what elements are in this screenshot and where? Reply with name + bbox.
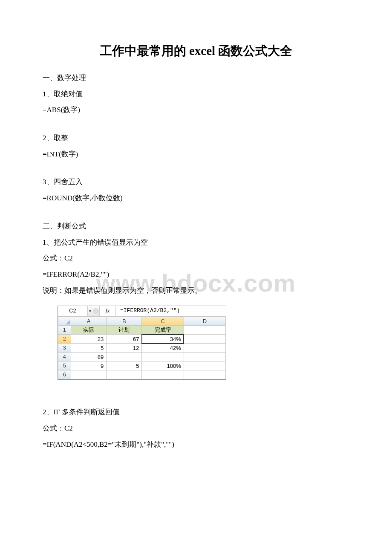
- item-1-1-label: 1、取绝对值: [43, 87, 349, 102]
- cell-c2[interactable]: 34%: [142, 335, 184, 344]
- cell-b1[interactable]: 计划: [107, 326, 142, 335]
- item-1-1-formula: =ABS(数字): [43, 102, 349, 118]
- cell-b4[interactable]: [107, 353, 142, 361]
- item-2-1-formula: =IFERROR(A2/B2,""): [43, 267, 349, 282]
- item-2-1-note: 说明：如果是错误值则显示为空，否则正常显示。: [43, 283, 349, 298]
- fx-button[interactable]: fx: [100, 306, 116, 316]
- name-box[interactable]: C2: [58, 306, 88, 316]
- cell-c4[interactable]: [142, 353, 184, 361]
- row-header-5[interactable]: 5: [58, 361, 71, 370]
- item-1-3-label: 3、四舍五入: [43, 174, 349, 190]
- col-header-a[interactable]: A: [71, 317, 106, 326]
- cell-b3[interactable]: 12: [107, 344, 142, 353]
- select-all-corner[interactable]: [58, 317, 71, 326]
- row-header-1[interactable]: 1: [58, 326, 71, 335]
- cell-d6[interactable]: [184, 370, 225, 379]
- document-content: 工作中最常用的 excel 函数公式大全 一、数字处理 1、取绝对值 =ABS(…: [43, 43, 349, 452]
- cell-a2[interactable]: 23: [71, 335, 106, 344]
- formula-bar[interactable]: =IFERROR(A2/B2,""): [116, 306, 226, 316]
- page-title: 工作中最常用的 excel 函数公式大全: [43, 43, 349, 60]
- item-2-2-formula: =IF(AND(A2<500,B2="未到期"),"补款",""): [43, 437, 349, 452]
- cell-b6[interactable]: [107, 370, 142, 379]
- excel-grid: A B C D 1 实际 计划 完成率 2 23 67 34% 3 5: [58, 316, 226, 379]
- row-header-2[interactable]: 2: [58, 335, 71, 344]
- cell-d5[interactable]: [184, 361, 225, 370]
- row-header-3[interactable]: 3: [58, 344, 71, 353]
- excel-formula-row: C2 ▼ fx =IFERROR(A2/B2,""): [58, 306, 226, 316]
- item-2-2-label: 2、IF 多条件判断返回值: [43, 405, 349, 420]
- name-box-dropdown[interactable]: ▼: [88, 306, 100, 316]
- cell-a6[interactable]: [71, 370, 106, 379]
- cell-c3[interactable]: 42%: [142, 344, 184, 353]
- cell-b5[interactable]: 5: [107, 361, 142, 370]
- col-header-c[interactable]: C: [142, 317, 184, 326]
- section-1-heading: 一、数字处理: [43, 70, 349, 86]
- item-1-3-formula: =ROUND(数字,小数位数): [43, 191, 349, 206]
- col-header-d[interactable]: D: [184, 317, 225, 326]
- item-2-1-cell: 公式：C2: [43, 251, 349, 266]
- cell-a3[interactable]: 5: [71, 344, 106, 353]
- cell-d2[interactable]: [184, 335, 225, 344]
- col-header-b[interactable]: B: [107, 317, 142, 326]
- cell-b2[interactable]: 67: [107, 335, 142, 344]
- cell-a4[interactable]: 89: [71, 353, 106, 361]
- cell-a1[interactable]: 实际: [71, 326, 106, 335]
- item-2-2-cell: 公式：C2: [43, 421, 349, 436]
- triangle-icon: [66, 320, 70, 324]
- item-1-2-formula: =INT(数字): [43, 147, 349, 162]
- chevron-down-icon: ▼: [88, 309, 92, 313]
- section-2-heading: 二、判断公式: [43, 219, 349, 234]
- cell-d4[interactable]: [184, 353, 225, 361]
- cell-c6[interactable]: [142, 370, 184, 379]
- excel-screenshot: C2 ▼ fx =IFERROR(A2/B2,"") A B C D 1 实际 …: [58, 306, 226, 380]
- cell-c5[interactable]: 180%: [142, 361, 184, 370]
- cell-c1[interactable]: 完成率: [142, 326, 184, 335]
- row-header-4[interactable]: 4: [58, 353, 71, 361]
- cancel-icon: [93, 308, 99, 314]
- cell-d1[interactable]: [184, 326, 225, 335]
- row-header-6[interactable]: 6: [58, 370, 71, 379]
- cell-d3[interactable]: [184, 344, 225, 353]
- cell-a5[interactable]: 9: [71, 361, 106, 370]
- item-2-1-label: 1、把公式产生的错误值显示为空: [43, 235, 349, 250]
- item-1-2-label: 2、取整: [43, 130, 349, 146]
